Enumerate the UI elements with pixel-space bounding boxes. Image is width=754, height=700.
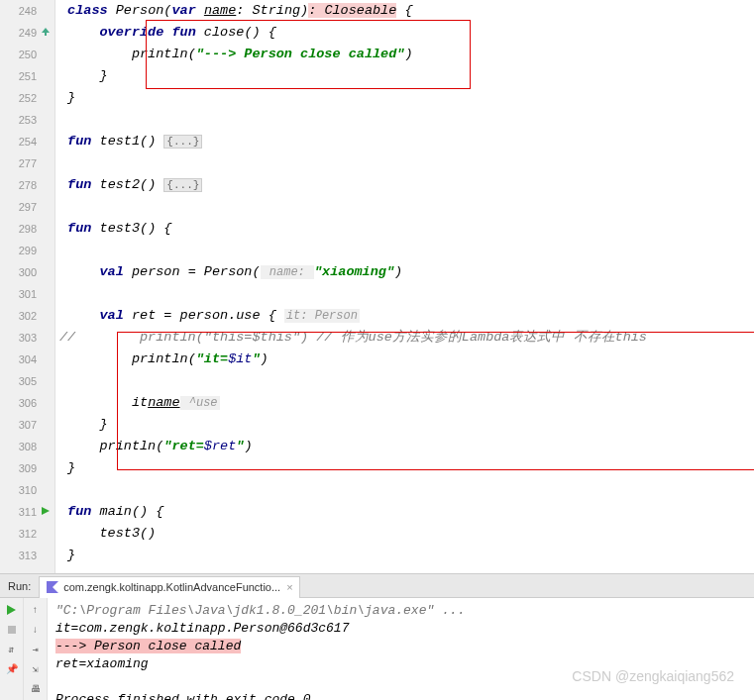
close-icon[interactable]: × — [286, 581, 292, 593]
code-line — [59, 109, 754, 131]
code-editor[interactable]: 248 249 250 251 252 253 254 277 278 297 … — [0, 0, 754, 573]
rerun-icon[interactable] — [4, 602, 20, 618]
run-body: ⇵ 📌 ↑ ↓ ⇥ ⇲ 🖶 "C:\Program Files\Java\jdk… — [0, 598, 754, 700]
code-line: fun test2() {...} — [59, 174, 754, 196]
run-panel: Run: com.zengk.koltinapp.KotlinAdvanceFu… — [0, 573, 754, 700]
gutter: 248 249 250 251 252 253 254 277 278 297 … — [0, 0, 55, 573]
output-line — [55, 673, 746, 691]
code-line: class Person(var name: String): Closeabl… — [59, 0, 754, 22]
run-tab-label: com.zengk.koltinapp.KotlinAdvanceFunctio… — [63, 581, 280, 593]
override-up-icon[interactable] — [39, 25, 53, 39]
line-number: 308 — [0, 436, 37, 457]
code-line — [59, 196, 754, 218]
output-line: it=com.zengk.koltinapp.Person@66d3c617 — [55, 620, 746, 638]
fold-marker[interactable]: {...} — [163, 178, 202, 192]
line-number: 299 — [0, 240, 37, 261]
code-line: fun test3() { — [59, 218, 754, 240]
code-line: fun test1() {...} — [59, 131, 754, 152]
line-number: 298 — [0, 218, 37, 240]
code-line: test3() — [59, 523, 754, 545]
line-number: 313 — [0, 545, 37, 566]
code-line: println("it=$it") — [59, 349, 754, 370]
code-line: val ret = person.use { it: Person — [59, 305, 754, 327]
line-number: 304 — [0, 349, 37, 370]
line-number: 252 — [0, 87, 37, 109]
code-line — [59, 479, 754, 501]
output-line: ---> Person close called — [55, 638, 746, 655]
pin-icon[interactable]: 📌 — [4, 661, 20, 677]
code-line: val person = Person( name: "xiaoming") — [59, 261, 754, 283]
code-line: override fun close() { — [59, 22, 754, 44]
scroll-icon[interactable]: ⇲ — [28, 661, 44, 677]
code-line — [59, 152, 754, 174]
code-line: } — [59, 545, 754, 566]
stop-icon[interactable] — [4, 622, 20, 638]
code-line: println("---> Person close called") — [59, 44, 754, 65]
run-label: Run: — [8, 580, 31, 592]
line-number: 311 — [0, 501, 37, 523]
run-tab[interactable]: com.zengk.koltinapp.KotlinAdvanceFunctio… — [39, 576, 299, 598]
line-number: 305 — [0, 370, 37, 392]
code-line: } — [59, 87, 754, 109]
line-number: 297 — [0, 196, 37, 218]
code-line — [59, 240, 754, 261]
line-number: 251 — [0, 65, 37, 87]
line-number: 307 — [0, 414, 37, 436]
line-number: 300 — [0, 261, 37, 283]
code-line: } — [59, 457, 754, 479]
code-line — [59, 283, 754, 305]
layout-icon[interactable]: ⇵ — [4, 642, 20, 657]
line-number: 278 — [0, 174, 37, 196]
code-line: // println("this=$this") // 作为use方法实参的La… — [59, 327, 754, 349]
output-line: ret=xiaoming — [55, 655, 746, 673]
line-number: 302 — [0, 305, 37, 327]
kotlin-icon — [46, 580, 59, 594]
code-line: } — [59, 65, 754, 87]
line-number: 301 — [0, 283, 37, 305]
run-gutter-icon[interactable] — [39, 504, 53, 518]
line-number: 249 — [0, 22, 37, 44]
output-line: "C:\Program Files\Java\jdk1.8.0_201\bin\… — [55, 602, 746, 620]
run-toolbar-right: ↑ ↓ ⇥ ⇲ 🖶 — [24, 598, 48, 700]
code-line — [59, 370, 754, 392]
line-number: 248 — [0, 0, 37, 22]
run-header: Run: com.zengk.koltinapp.KotlinAdvanceFu… — [0, 574, 754, 598]
print-icon[interactable]: 🖶 — [28, 681, 44, 697]
line-number: 306 — [0, 392, 37, 414]
run-output[interactable]: "C:\Program Files\Java\jdk1.8.0_201\bin\… — [48, 598, 754, 700]
fold-marker[interactable]: {...} — [163, 135, 202, 149]
line-number: 277 — [0, 152, 37, 174]
line-number: 253 — [0, 109, 37, 131]
line-number: 303 — [0, 327, 37, 349]
wrap-icon[interactable]: ⇥ — [28, 642, 44, 657]
code-line: println("ret=$ret") — [59, 436, 754, 457]
line-number: 312 — [0, 523, 37, 545]
code-line: } — [59, 414, 754, 436]
line-number: 254 — [0, 131, 37, 152]
down-icon[interactable]: ↓ — [28, 622, 44, 638]
svg-rect-0 — [8, 626, 16, 634]
code-line: fun main() { — [59, 501, 754, 523]
output-line: Process finished with exit code 0 — [55, 691, 746, 700]
run-toolbar-left: ⇵ 📌 — [0, 598, 24, 700]
line-number: 309 — [0, 457, 37, 479]
code-line: itname ^use — [59, 392, 754, 414]
line-number: 310 — [0, 479, 37, 501]
up-icon[interactable]: ↑ — [28, 602, 44, 618]
code-area[interactable]: class Person(var name: String): Closeabl… — [55, 0, 754, 573]
line-number: 250 — [0, 44, 37, 65]
